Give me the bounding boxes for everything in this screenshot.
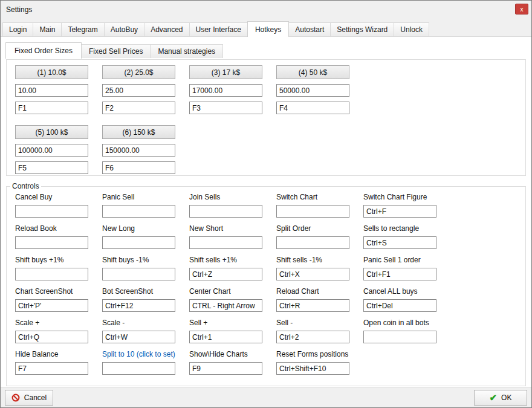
control-hotkey-input-bot-screenshot[interactable]	[102, 299, 175, 312]
hotkeys-tab-page: Fixed Order Sizes Fixed Sell Prices Manu…	[1, 37, 531, 387]
control-hotkey-input-hide-balance[interactable]	[15, 362, 88, 375]
control-label: Sells to rectangle	[363, 224, 436, 233]
control-label: Scale +	[15, 319, 88, 328]
control-label: Chart ScreenShot	[15, 287, 88, 296]
control-hotkey-input-sells-to-rectangle[interactable]	[363, 236, 436, 249]
order-size-value-input-3[interactable]	[189, 84, 262, 97]
order-size-hotkey-input-6[interactable]	[102, 161, 175, 174]
close-button[interactable]: x	[515, 4, 528, 15]
order-size-cell-4: (4) 50 k$	[276, 65, 349, 114]
order-size-hotkey-input-4[interactable]	[276, 102, 349, 114]
control-label: Switch Chart	[276, 193, 349, 202]
control-cell-scale-minus: Scale -	[102, 319, 175, 343]
order-size-button-4[interactable]: (4) 50 k$	[276, 65, 349, 79]
ok-button-label: OK	[501, 393, 511, 402]
control-label: Hide Balance	[15, 350, 88, 359]
control-cell-sell-plus: Sell +	[189, 319, 262, 343]
tab-advanced[interactable]: Advanced	[144, 22, 189, 36]
control-cell-shift-sells-plus: Shift sells +1%	[189, 256, 262, 280]
order-size-hotkey-input-5[interactable]	[15, 161, 88, 174]
hotkeys-subtabstrip: Fixed Order Sizes Fixed Sell Prices Manu…	[5, 42, 531, 58]
window-title: Settings	[6, 5, 32, 14]
control-label: Center Chart	[189, 287, 262, 296]
tab-telegram[interactable]: Telegram	[61, 22, 104, 36]
control-cell-new-short: New Short	[189, 224, 262, 249]
control-label: Reload Book	[15, 224, 88, 233]
control-label: Shift sells -1%	[276, 256, 349, 265]
control-label: Cancel Buy	[15, 193, 88, 202]
control-hotkey-input-center-chart[interactable]	[189, 299, 262, 312]
order-size-button-2[interactable]: (2) 25.0$	[102, 65, 175, 79]
tab-unlock[interactable]: Unlock	[394, 22, 429, 36]
subtab-manual-strategies[interactable]: Manual strategies	[150, 44, 223, 58]
order-size-hotkey-input-3[interactable]	[189, 102, 262, 114]
control-cell-shift-buys-plus: Shift buys +1%	[15, 256, 88, 280]
control-label: Reset Forms positions	[276, 350, 349, 359]
tab-main[interactable]: Main	[33, 22, 62, 36]
control-cell-split-to-10: Split to 10 (click to set)	[102, 350, 175, 375]
control-hotkey-input-show-hide-charts[interactable]	[189, 362, 262, 375]
control-hotkey-input-new-long[interactable]	[102, 236, 175, 249]
ok-button[interactable]: ✔ OK	[474, 390, 527, 406]
control-hotkey-input-shift-buys-plus[interactable]	[15, 268, 88, 280]
control-hotkey-input-join-sells[interactable]	[189, 205, 262, 218]
control-cell-sells-to-rectangle: Sells to rectangle	[363, 224, 436, 249]
control-label: New Long	[102, 224, 175, 233]
control-hotkey-input-open-coin-all-bots[interactable]	[363, 331, 436, 343]
control-label: Cancel ALL buys	[363, 287, 436, 296]
order-size-value-input-6[interactable]	[102, 144, 175, 157]
control-hotkey-input-reload-book[interactable]	[15, 236, 88, 249]
order-size-button-1[interactable]: (1) 10.0$	[15, 65, 88, 79]
control-hotkey-input-scale-plus[interactable]	[15, 331, 88, 343]
control-hotkey-input-reset-forms-positions[interactable]	[276, 362, 349, 375]
controls-group: Controls Cancel Buy Panic Sell Join Sell…	[6, 182, 526, 386]
split-to-10-link[interactable]: Split to 10 (click to set)	[102, 350, 175, 359]
control-hotkey-input-shift-sells-plus[interactable]	[189, 268, 262, 280]
control-hotkey-input-sell-minus[interactable]	[276, 331, 349, 343]
control-hotkey-input-shift-buys-minus[interactable]	[102, 268, 175, 280]
control-hotkey-input-switch-chart[interactable]	[276, 205, 349, 218]
control-hotkey-input-chart-screenshot[interactable]	[15, 299, 88, 312]
control-hotkey-input-switch-chart-figure[interactable]	[363, 205, 436, 218]
control-cell-open-coin-all-bots: Open coin in all bots	[363, 319, 436, 343]
control-hotkey-input-cancel-buy[interactable]	[15, 205, 88, 218]
order-size-hotkey-input-2[interactable]	[102, 102, 175, 114]
control-hotkey-input-shift-sells-minus[interactable]	[276, 268, 349, 280]
order-size-button-3[interactable]: (3) 17 k$	[189, 65, 262, 79]
order-size-button-6[interactable]: (6) 150 k$	[102, 125, 175, 139]
control-hotkey-input-panic-sell[interactable]	[102, 205, 175, 218]
tab-autostart[interactable]: Autostart	[288, 22, 331, 36]
order-size-value-input-1[interactable]	[15, 84, 88, 97]
control-hotkey-input-cancel-all-buys[interactable]	[363, 299, 436, 312]
control-cell-switch-chart-figure: Switch Chart Figure	[363, 193, 436, 218]
control-hotkey-input-split-to-10[interactable]	[102, 362, 175, 375]
control-hotkey-input-sell-plus[interactable]	[189, 331, 262, 343]
cancel-button[interactable]: Cancel	[5, 390, 53, 406]
order-size-value-input-4[interactable]	[276, 84, 349, 97]
subtab-fixed-order-sizes[interactable]: Fixed Order Sizes	[5, 42, 82, 59]
tab-autobuy[interactable]: AutoBuy	[104, 22, 144, 36]
tab-login[interactable]: Login	[2, 22, 33, 36]
order-size-value-input-2[interactable]	[102, 84, 175, 97]
control-cell-panic-sell: Panic Sell	[102, 193, 175, 218]
order-size-hotkey-input-1[interactable]	[15, 102, 88, 114]
controls-group-label: Controls	[10, 182, 41, 190]
tab-hotkeys[interactable]: Hotkeys	[247, 21, 289, 37]
subtab-fixed-sell-prices[interactable]: Fixed Sell Prices	[81, 44, 151, 58]
order-size-cell-5: (5) 100 k$	[15, 125, 88, 174]
order-size-value-input-5[interactable]	[15, 144, 88, 157]
titlebar: Settings x	[1, 1, 531, 19]
control-cell-chart-screenshot: Chart ScreenShot	[15, 287, 88, 312]
control-hotkey-input-split-order[interactable]	[276, 236, 349, 249]
control-hotkey-input-new-short[interactable]	[189, 236, 262, 249]
control-hotkey-input-panic-sell-1-order[interactable]	[363, 268, 436, 280]
order-size-button-5[interactable]: (5) 100 k$	[15, 125, 88, 139]
tab-user-interface[interactable]: User Interface	[189, 22, 248, 36]
order-size-cell-2: (2) 25.0$	[102, 65, 175, 114]
control-hotkey-input-scale-minus[interactable]	[102, 331, 175, 343]
control-hotkey-input-reload-chart[interactable]	[276, 299, 349, 312]
control-label: Sell +	[189, 319, 262, 328]
order-size-cell-1: (1) 10.0$	[15, 65, 88, 114]
tab-settings-wizard[interactable]: Settings Wizard	[330, 22, 394, 36]
control-label: Open coin in all bots	[363, 319, 436, 328]
